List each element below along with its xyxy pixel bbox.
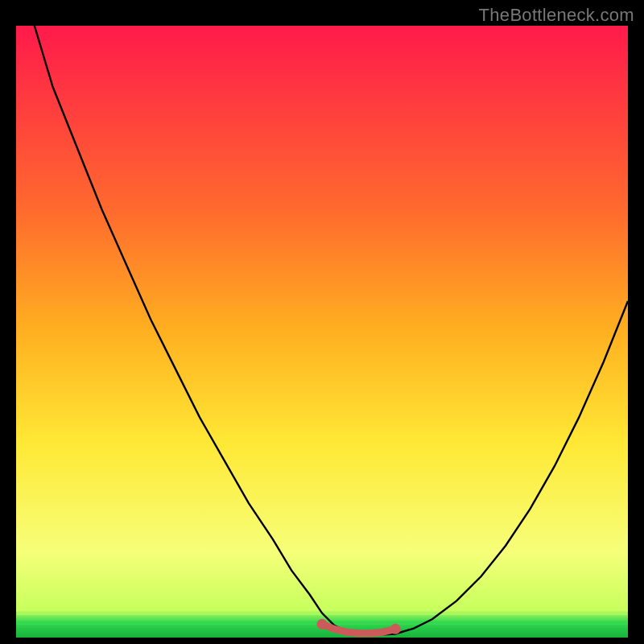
watermark-text: TheBottleneck.com [479,5,634,26]
flat-region-endpoint [317,619,328,630]
chart-canvas: TheBottleneck.com [0,0,644,644]
plot-svg [16,26,628,638]
plot-area [16,26,628,638]
gradient-background [16,26,628,638]
flat-region-endpoint [390,624,401,634]
